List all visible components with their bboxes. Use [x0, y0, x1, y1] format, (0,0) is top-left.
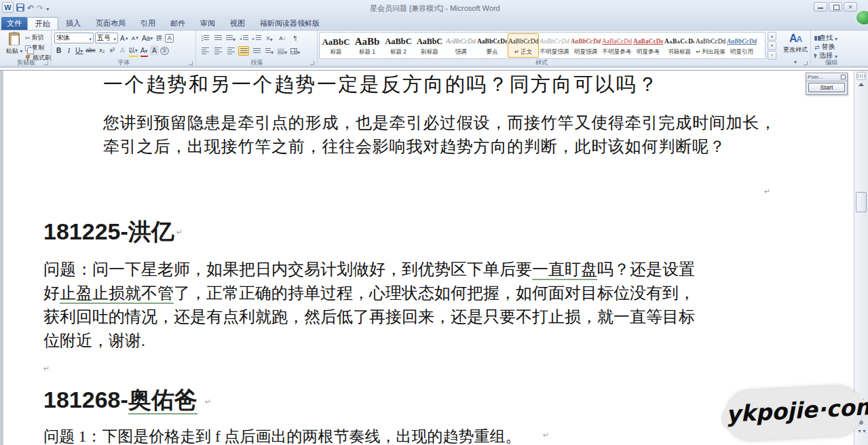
subscript-button[interactable]: x₂ [98, 45, 107, 56]
style-book-title[interactable]: AaBaCcDo书籍标题 [664, 33, 695, 58]
tab-view[interactable]: 视图 [223, 17, 252, 30]
ribbon-home: 粘贴 剪切 复制 格式刷 剪贴板 宋体 五号 A▲ A▼ Aa 拼 A B [0, 31, 868, 68]
borders-button[interactable] [290, 46, 301, 56]
sort-button[interactable]: A↓ [277, 33, 288, 43]
phonetic-guide-button[interactable]: 拼 [155, 33, 164, 43]
superscript-button[interactable]: x² [108, 45, 117, 56]
text-effects-button[interactable]: A [118, 45, 127, 56]
style-subtle-reference[interactable]: AaBaCcDd不明显参考 [601, 33, 633, 58]
show-marks-button[interactable] [290, 33, 301, 43]
distribute-button[interactable] [251, 46, 262, 56]
style-heading-2[interactable]: AaBbC标题 2 [383, 33, 414, 58]
chevron-down-icon[interactable] [135, 45, 138, 56]
paste-button[interactable]: 粘贴 [4, 33, 24, 60]
close-button[interactable] [844, 2, 857, 12]
style-heading-1[interactable]: AaBb标题 1 [352, 33, 383, 58]
tab-file[interactable]: 文件 [1, 17, 27, 30]
document-canvas[interactable]: 一个趋势和另一个趋势一定是反方向的吗？同方向可以吗？ 您讲到预留隐患是牵引点的形… [0, 70, 868, 445]
style-subtitle[interactable]: AaBbC副标题 [414, 33, 445, 58]
increase-indent-button[interactable] [251, 33, 262, 43]
style-intense-reference[interactable]: AaBaCcDo明显参考 [633, 33, 664, 58]
tab-review[interactable]: 审阅 [193, 17, 223, 30]
restore-button[interactable] [829, 2, 842, 12]
scroll-up-arrow-icon[interactable] [858, 83, 864, 86]
scrollbar-thumb[interactable] [856, 192, 867, 212]
gallery-scroll-up[interactable]: ▴ [768, 32, 776, 41]
align-left-button[interactable] [200, 46, 210, 56]
chevron-down-icon[interactable] [113, 35, 116, 42]
borders-icon [290, 48, 297, 54]
paste-dropdown-icon[interactable] [20, 47, 22, 54]
font-dialog-launcher[interactable] [189, 61, 194, 66]
minimize-button[interactable] [814, 2, 827, 12]
gallery-scroll-down[interactable]: ▾ [768, 41, 776, 50]
chevron-down-icon[interactable] [80, 45, 83, 56]
style-strong[interactable]: AaBbCcDd要点 [476, 33, 508, 58]
tab-mailings[interactable]: 邮件 [163, 17, 193, 30]
numbering-button[interactable] [212, 33, 223, 43]
save-icon[interactable] [16, 3, 24, 12]
pointofix-window-icon[interactable] [841, 75, 846, 79]
tab-insert[interactable]: 插入 [58, 17, 88, 30]
floating-assistant-ball-icon[interactable] [856, 10, 868, 25]
style-emphasis[interactable]: AoBbCcDd强调 [445, 33, 476, 58]
pointofix-title-bar[interactable]: Poin... [806, 73, 847, 81]
paragraph-hidden-risk-line1: 您讲到预留隐患是牵引点的形成，也是牵引必过假设，而接竹竿又使得牵引完成时间加长， [103, 112, 776, 134]
qat-dropdown-icon[interactable] [46, 1, 49, 14]
highlight-color-button[interactable]: 以 [128, 45, 138, 56]
change-styles-button[interactable]: AA 更改样式 [780, 33, 811, 64]
chevron-down-icon[interactable] [145, 45, 148, 56]
underline-button[interactable]: U [75, 45, 83, 56]
tab-home[interactable]: 开始 [27, 17, 58, 30]
gallery-more-button[interactable]: ▿ [768, 51, 776, 60]
strikethrough-button[interactable]: abc [85, 45, 96, 56]
word-app-icon[interactable]: W [2, 2, 14, 13]
style-list-paragraph[interactable]: AaBbCcDd↵ 列出段落 [695, 33, 726, 58]
font-color-button[interactable]: A [140, 45, 149, 56]
style-intense-emphasis[interactable]: AaBbCcDd明显强调 [570, 33, 601, 58]
ruler-toggle-icon[interactable] [856, 72, 866, 80]
italic-button[interactable]: I [64, 45, 73, 56]
change-case-button[interactable]: Aa [141, 33, 153, 43]
asian-layout-button[interactable]: X [264, 33, 275, 43]
ribbon-tab-strip: 文件 开始 插入 页面布局 引用 邮件 审阅 视图 福昕阅读器领鲜版 [0, 17, 868, 30]
replace-button[interactable]: 替换 [814, 42, 835, 52]
bold-button[interactable]: B [54, 45, 63, 56]
line-spacing-button[interactable] [264, 46, 275, 56]
styles-dialog-launcher[interactable] [804, 61, 809, 66]
shrink-font-button[interactable]: A▼ [131, 33, 140, 43]
cut-button[interactable]: 剪切 [25, 33, 51, 42]
align-center-button[interactable] [212, 46, 223, 56]
paragraph-dialog-launcher[interactable] [310, 61, 316, 66]
shading-button[interactable] [277, 46, 288, 56]
chevron-down-icon[interactable] [794, 54, 797, 66]
bullets-button[interactable] [200, 33, 210, 43]
paste-label: 粘贴 [6, 47, 18, 54]
style-subtle-emphasis[interactable]: AoBbCcDd不明显强调 [539, 33, 570, 58]
redo-icon[interactable] [37, 1, 43, 14]
justify-button[interactable] [238, 46, 249, 56]
undo-icon[interactable] [27, 1, 34, 14]
style-normal-selected[interactable]: AaBbCcDd↵ 正文 [508, 33, 539, 58]
find-button[interactable]: 查找 [814, 33, 837, 43]
character-shading-button[interactable]: A [150, 45, 159, 56]
font-size-combobox[interactable]: 五号 [95, 33, 118, 43]
paragraph-hidden-risk-line2: 牵引之后，出现接竹竿之前，往往会影响我对趋势方向的判断，此时该如何判断呢？ [103, 136, 726, 157]
tab-references[interactable]: 引用 [133, 17, 163, 30]
tab-page-layout[interactable]: 页面布局 [88, 17, 133, 30]
style-title[interactable]: AaBbC标题 [320, 33, 352, 58]
copy-button[interactable]: 复制 [25, 43, 51, 52]
multilevel-list-button[interactable] [225, 33, 236, 43]
enclose-characters-button[interactable]: 字 [160, 47, 169, 55]
chevron-down-icon[interactable] [89, 35, 92, 42]
font-name-combobox[interactable]: 宋体 [54, 33, 94, 43]
quick-access-toolbar: W [2, 1, 49, 14]
start-button[interactable]: Start [808, 83, 845, 92]
style-intense-quote[interactable]: AaBbCcDd明显引用 [726, 33, 757, 58]
clipboard-dialog-launcher[interactable] [44, 61, 50, 66]
decrease-indent-button[interactable] [238, 33, 249, 43]
character-border-button[interactable]: A [165, 34, 174, 43]
grow-font-button[interactable]: A▲ [119, 33, 130, 43]
tab-foxit[interactable]: 福昕阅读器领鲜版 [252, 17, 327, 30]
align-right-button[interactable] [225, 46, 236, 56]
